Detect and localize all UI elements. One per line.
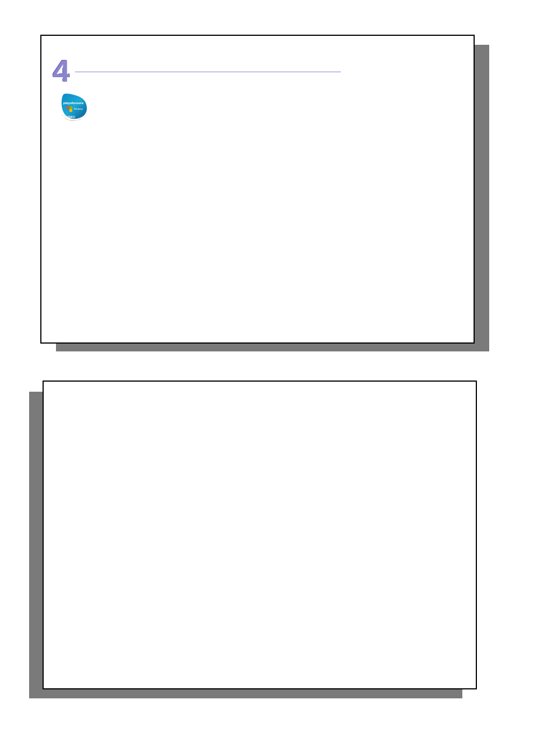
svg-text:VIDEO: VIDEO (66, 115, 75, 119)
playsforsure-logo: playsforsure Windows VIDEO (58, 92, 90, 123)
bottom-panel (43, 381, 477, 689)
top-panel: 4 playsforsure (40, 35, 475, 344)
svg-text:Windows: Windows (74, 107, 83, 110)
playsforsure-icon: playsforsure Windows VIDEO (58, 92, 90, 123)
svg-rect-1 (67, 106, 69, 109)
svg-rect-4 (69, 109, 72, 112)
panel-shadow-bottom-2 (29, 688, 462, 698)
panel-shadow-right (472, 45, 489, 351)
svg-text:playsforsure: playsforsure (63, 101, 84, 105)
divider-line (75, 72, 341, 72)
svg-rect-2 (69, 106, 72, 109)
chapter-number: 4 (53, 53, 70, 89)
svg-rect-3 (67, 109, 69, 112)
